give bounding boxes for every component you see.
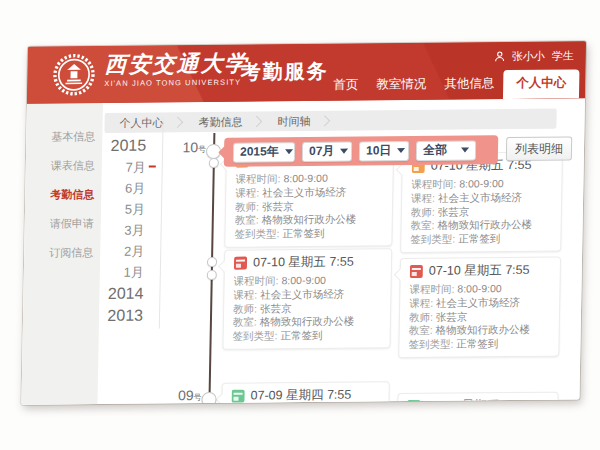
field-value: 8:00-9:00 (281, 274, 326, 286)
field-value: 格物致知行政办公楼 (437, 218, 532, 231)
card-field-row: 课程:社会主义市场经济 (235, 185, 383, 200)
chevron-down-icon (397, 148, 405, 153)
card-tail (391, 403, 404, 404)
timeline-month-item[interactable]: 6月 (101, 178, 145, 199)
header-nav: 首页教室情况其他信息个人中心 (324, 69, 580, 100)
type-select[interactable]: 全部 (416, 140, 476, 161)
timeline-year-item[interactable]: 2013 (99, 305, 143, 327)
calendar-icon (231, 390, 244, 403)
main-content: 个人中心考勤信息时间轴 20157月6月5月3月2月1月20142013 10号… (97, 98, 584, 404)
month-select[interactable]: 07月 (302, 141, 352, 161)
university-name-cn: 西安交通大学 (104, 51, 248, 78)
timeline-month-item[interactable]: 1月 (100, 262, 144, 283)
sidebar-item[interactable]: 课表信息 (26, 151, 103, 181)
field-label: 教室: (411, 219, 435, 231)
sidebar-item[interactable]: 考勤信息 (25, 180, 102, 210)
field-value: 张芸京 (260, 302, 292, 314)
select-value: 2015年 (240, 143, 279, 160)
day-suffix: 号 (198, 145, 206, 154)
field-label: 课程时间: (234, 274, 279, 286)
chevron-down-icon (340, 149, 348, 154)
card-field-row: 签到类型:正常签到 (410, 232, 551, 247)
timeline-dot (207, 257, 217, 267)
timeline-month-item[interactable]: 2月 (100, 241, 144, 262)
field-value: 8:00-9:00 (457, 282, 502, 294)
field-label: 签到类型: (234, 227, 279, 239)
timeline-year-item[interactable]: 2014 (99, 283, 143, 305)
card-header: 07-10 星期五 7:55 (410, 262, 551, 280)
current-month-tick (149, 165, 156, 167)
select-value: 全部 (423, 142, 447, 159)
field-label: 课程: (409, 297, 433, 309)
field-label: 教师: (235, 200, 259, 212)
timeline-year-month-nav: 20157月6月5月3月2月1月20142013 (99, 135, 147, 327)
card-header: 07-09 星期四 7:55 (407, 397, 548, 404)
field-label: 签到类型: (408, 338, 453, 350)
day-suffix: 号 (193, 393, 201, 402)
field-value: 正常签到 (458, 232, 500, 244)
timeline-month-item[interactable]: 7月 (102, 157, 146, 178)
card-field-row: 课程时间:8:00-9:00 (411, 177, 552, 192)
breadcrumb-item[interactable]: 考勤信息 (183, 114, 250, 130)
timeline-year-item[interactable]: 2015 (102, 135, 146, 157)
user-role: 学生 (552, 48, 574, 63)
card-date: 07-09 星期四 7:55 (426, 397, 527, 404)
select-value: 07月 (309, 143, 335, 160)
chevron-right-icon (172, 117, 183, 128)
year-select[interactable]: 2015年 (233, 142, 295, 163)
sidebar-item[interactable]: 基本信息 (26, 122, 103, 152)
card-field-row: 教室:格物致知行政办公楼 (409, 323, 550, 338)
card-date: 07-10 星期五 7:55 (429, 262, 530, 280)
field-label: 教师: (233, 302, 257, 314)
field-value: 正常签到 (282, 227, 324, 239)
field-value: 社会主义市场经济 (438, 191, 522, 204)
card-field-row: 签到类型:正常签到 (234, 226, 382, 241)
field-label: 课程时间: (409, 283, 454, 295)
field-value: 8:00-9:00 (283, 172, 328, 184)
card-tail (394, 268, 407, 281)
card-date: 07-09 星期四 7:55 (250, 387, 351, 404)
card-field-row: 教师:张芸京 (409, 309, 550, 324)
field-label: 教室: (233, 316, 257, 328)
sidebar-item[interactable]: 订阅信息 (24, 238, 101, 268)
timeline-month-item[interactable]: 3月 (100, 220, 144, 241)
select-value: 10日 (366, 142, 392, 159)
header-nav-tab[interactable]: 个人中心 (503, 69, 580, 99)
card-field-row: 课程时间:8:00-9:00 (234, 273, 382, 288)
timeline-dot (207, 270, 217, 280)
card-field-row: 签到类型:正常签到 (233, 328, 381, 343)
field-value: 社会主义市场经济 (436, 296, 520, 309)
field-value: 张芸京 (436, 310, 468, 322)
breadcrumb-item[interactable]: 时间轴 (262, 113, 318, 129)
field-value: 格物致知行政办公楼 (436, 323, 531, 336)
field-value: 格物致知行政办公楼 (262, 213, 357, 226)
attendance-card: 07-09 星期四 7:55课程时间:8:00-9:00课程:社会主义市场经济教… (396, 392, 559, 404)
chevron-down-icon (461, 147, 469, 152)
timeline-month-item[interactable]: 5月 (101, 199, 145, 220)
day-select[interactable]: 10日 (359, 141, 409, 161)
card-field-row: 教室:格物致知行政办公楼 (235, 213, 383, 228)
attendance-card: 07-10 星期五 7:55课程时间:8:00-9:00课程:社会主义市场经济教… (222, 248, 392, 350)
card-field-row: 课程时间:8:00-9:00 (409, 282, 550, 297)
field-label: 课程: (411, 192, 435, 204)
field-label: 签到类型: (410, 233, 455, 245)
field-value: 正常签到 (456, 337, 498, 349)
timeline-dot (209, 158, 219, 168)
app-body: 基本信息课表信息考勤信息请假申请订阅信息 个人中心考勤信息时间轴 20157月6… (21, 98, 584, 404)
header-nav-tab[interactable]: 首页 (324, 71, 368, 100)
card-field-row: 教师:张芸京 (233, 301, 381, 316)
list-detail-button[interactable]: 列表明细 (506, 136, 572, 161)
sidebar-item[interactable]: 请假申请 (24, 209, 101, 239)
header-nav-tab[interactable]: 教室情况 (367, 71, 436, 101)
field-label: 签到类型: (233, 329, 278, 341)
header-nav-tab[interactable]: 其他信息 (435, 70, 504, 100)
user-chip[interactable]: 张小小 学生 (495, 48, 574, 64)
timeline-dot (201, 392, 216, 404)
university-brand: 西安交通大学 XI'AN JIAO TONG UNIVERSITY (104, 51, 249, 88)
card-field-row: 课程时间:8:00-9:00 (235, 171, 383, 186)
sidebar: 基本信息课表信息考勤信息请假申请订阅信息 (21, 103, 103, 405)
screenshot-stage: 西安交通大学 XI'AN JIAO TONG UNIVERSITY 考勤服务 张… (0, 0, 600, 450)
university-name-en: XI'AN JIAO TONG UNIVERSITY (104, 78, 248, 88)
calendar-icon (234, 257, 247, 270)
card-tail (216, 393, 229, 404)
